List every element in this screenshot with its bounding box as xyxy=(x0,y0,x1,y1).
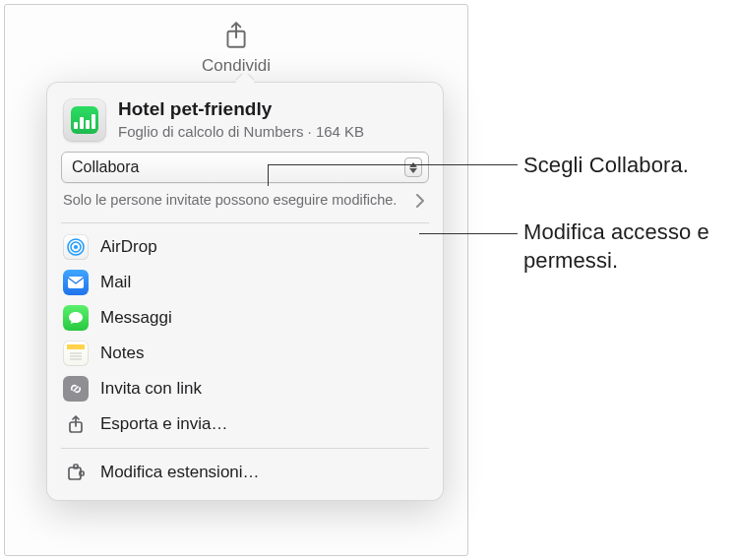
share-item-mail[interactable]: Mail xyxy=(55,265,435,300)
share-item-label: Messaggi xyxy=(100,308,172,328)
share-item-export-send[interactable]: Esporta e invia… xyxy=(55,406,435,442)
export-send-icon xyxy=(63,411,89,437)
toolbar-share-button[interactable]: Condividi xyxy=(202,21,271,76)
svg-rect-5 xyxy=(67,344,85,349)
share-item-notes[interactable]: Notes xyxy=(55,336,435,371)
popover-arrow xyxy=(236,74,254,84)
share-item-label: Invita con link xyxy=(100,379,202,399)
window-frame: Condividi Hotel pet-friendly Foglio di c… xyxy=(4,4,468,556)
link-icon xyxy=(63,376,89,402)
share-item-airdrop[interactable]: AirDrop xyxy=(55,229,435,265)
mail-icon xyxy=(63,270,89,295)
svg-point-1 xyxy=(74,245,78,249)
notes-icon xyxy=(63,341,89,366)
edit-extensions-label: Modifica estensioni… xyxy=(100,463,260,482)
svg-rect-11 xyxy=(74,465,78,468)
share-item-label: Notes xyxy=(100,343,144,363)
svg-rect-12 xyxy=(80,471,84,475)
dropdown-selected-label: Collabora xyxy=(72,158,139,176)
share-popover: Hotel pet-friendly Foglio di calcolo di … xyxy=(46,82,444,501)
callout-modify-access: Modifica accesso e permessi. xyxy=(523,218,730,275)
share-item-messages[interactable]: Messaggi xyxy=(55,300,435,336)
share-item-label: Mail xyxy=(100,273,131,292)
document-subtitle: Foglio di calcolo di Numbers · 164 KB xyxy=(118,123,427,140)
share-label: Condividi xyxy=(202,56,271,76)
chevron-right-icon xyxy=(416,194,425,208)
share-item-label: AirDrop xyxy=(100,237,157,257)
share-item-label: Esporta e invia… xyxy=(100,414,227,434)
collaboration-mode-dropdown[interactable]: Collabora xyxy=(61,152,429,183)
svg-rect-4 xyxy=(68,277,84,288)
document-header: Hotel pet-friendly Foglio di calcolo di … xyxy=(47,83,443,152)
callout-leader-line xyxy=(268,164,518,165)
airdrop-icon xyxy=(63,234,89,260)
share-target-list: AirDrop Mail Messaggi Notes xyxy=(47,223,443,448)
edit-extensions[interactable]: Modifica estensioni… xyxy=(55,455,435,490)
callout-choose-collaborate: Scegli Collabora. xyxy=(523,152,689,180)
permissions-row[interactable]: Solo le persone invitate possono eseguir… xyxy=(61,183,429,222)
messages-icon xyxy=(63,305,89,331)
share-item-invite-link[interactable]: Invita con link xyxy=(55,371,435,406)
document-title: Hotel pet-friendly xyxy=(118,98,427,121)
extensions-icon xyxy=(63,460,89,485)
permissions-summary: Solo le persone invitate possono eseguir… xyxy=(63,191,408,211)
numbers-app-icon xyxy=(63,98,106,142)
share-icon xyxy=(223,21,249,50)
callout-leader-line xyxy=(419,233,518,234)
updown-stepper-icon xyxy=(404,157,422,177)
